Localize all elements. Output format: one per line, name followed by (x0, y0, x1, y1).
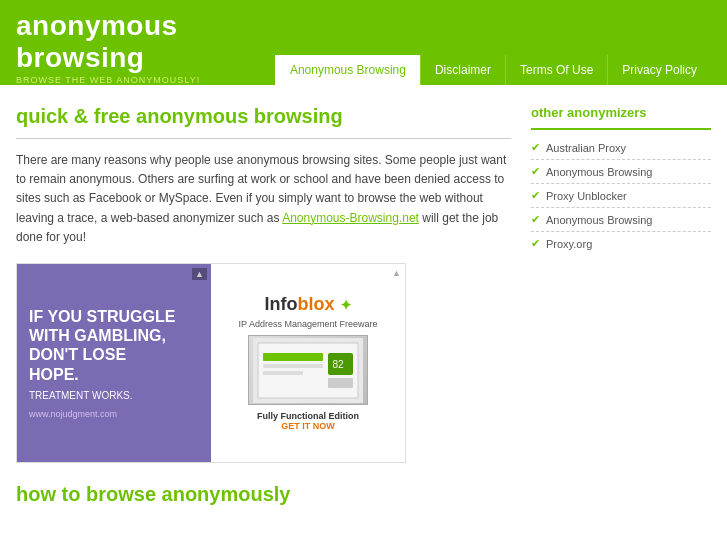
sidebar-item-0[interactable]: ✔ Australian Proxy (531, 136, 711, 160)
site-subtitle: BROWSE THE WEB ANONYMOUSLY! (16, 75, 275, 85)
nav-item-anonymous-browsing[interactable]: Anonymous Browsing (275, 55, 420, 85)
nav-item-privacy[interactable]: Privacy Policy (607, 55, 711, 85)
ad-cta[interactable]: GET IT NOW (281, 421, 335, 431)
svg-rect-4 (263, 371, 303, 375)
ad-left-subtext: TREATMENT WORKS. (29, 390, 199, 401)
body-text: There are many reasons why people use an… (16, 151, 511, 247)
ad-left: ▲ IF YOU STRUGGLEWITH GAMBLING,DON'T LOS… (17, 264, 211, 462)
sidebar-divider (531, 128, 711, 130)
site-link[interactable]: Anonymous-Browsing.net (282, 211, 419, 225)
site-title: anonymous browsing (16, 10, 275, 74)
main-nav: Anonymous Browsing Disclaimer Terms Of U… (275, 55, 711, 85)
ad-icon-left: ▲ (192, 268, 207, 280)
sidebar-item-3[interactable]: ✔ Anonymous Browsing (531, 208, 711, 232)
check-icon-3: ✔ (531, 213, 540, 226)
svg-rect-3 (263, 364, 323, 368)
ad-right: ▲ Infoblox ✦ IP Address Management Freew… (211, 264, 405, 462)
svg-text:82: 82 (332, 359, 344, 370)
sidebar-item-1[interactable]: ✔ Anonymous Browsing (531, 160, 711, 184)
ad-tagline: IP Address Management Freeware (239, 319, 378, 329)
ad-left-url: www.nojudgment.com (29, 409, 199, 419)
ad-block: ▲ IF YOU STRUGGLEWITH GAMBLING,DON'T LOS… (16, 263, 406, 463)
check-icon-1: ✔ (531, 165, 540, 178)
ad-brand: Infoblox ✦ (264, 294, 351, 315)
sidebar-title: other anonymizers (531, 105, 711, 120)
svg-rect-2 (263, 353, 323, 361)
check-icon-0: ✔ (531, 141, 540, 154)
section2-title: how to browse anonymously (16, 483, 511, 506)
ad-image: 82 (248, 335, 368, 405)
hero-divider (16, 138, 511, 139)
check-icon-2: ✔ (531, 189, 540, 202)
sidebar-item-2[interactable]: ✔ Proxy Unblocker (531, 184, 711, 208)
sidebar-label-2: Proxy Unblocker (546, 190, 627, 202)
svg-rect-6 (328, 378, 353, 388)
ad-icon-right: ▲ (392, 268, 401, 278)
nav-item-terms[interactable]: Terms Of Use (505, 55, 607, 85)
sidebar-label-3: Anonymous Browsing (546, 214, 652, 226)
ad-left-text: IF YOU STRUGGLEWITH GAMBLING,DON'T LOSEH… (29, 307, 199, 384)
check-icon-4: ✔ (531, 237, 540, 250)
hero-title: quick & free anonymous browsing (16, 105, 511, 128)
sidebar-label-4: Proxy.org (546, 238, 592, 250)
sidebar-item-4[interactable]: ✔ Proxy.org (531, 232, 711, 255)
sidebar: other anonymizers ✔ Australian Proxy ✔ A… (531, 105, 711, 506)
sidebar-label-0: Australian Proxy (546, 142, 626, 154)
ad-edition: Fully Functional Edition (257, 411, 359, 421)
nav-item-disclaimer[interactable]: Disclaimer (420, 55, 505, 85)
sidebar-label-1: Anonymous Browsing (546, 166, 652, 178)
